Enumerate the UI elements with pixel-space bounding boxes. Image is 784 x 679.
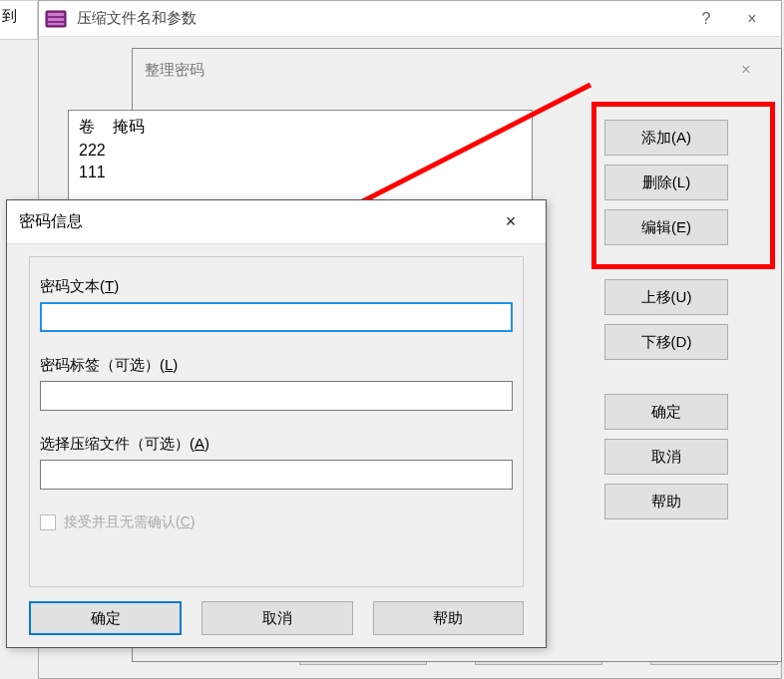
- delete-button[interactable]: 删除(L): [604, 165, 728, 200]
- select-archive-label: 选择压缩文件（可选）(A): [40, 435, 513, 454]
- help-button[interactable]: 帮助: [373, 601, 524, 635]
- close-icon[interactable]: ×: [488, 211, 534, 232]
- moveup-button[interactable]: 上移(U): [604, 279, 728, 315]
- close-icon[interactable]: ×: [723, 61, 769, 79]
- password-info-buttons: 确定 取消 帮助: [29, 601, 524, 635]
- organize-passwords-titlebar: 整理密码 ×: [133, 49, 781, 91]
- edit-button[interactable]: 编辑(E): [604, 209, 728, 245]
- toolbar-fragment: 到: [0, 0, 38, 40]
- help-button[interactable]: ?: [683, 1, 729, 37]
- ok-button[interactable]: 确定: [29, 601, 182, 635]
- list-col-mask: 掩码: [113, 117, 145, 138]
- toolbar-fragment-label: 到: [2, 7, 17, 24]
- accept-no-confirm-checkbox[interactable]: 接受并且无需确认(C): [40, 513, 513, 531]
- help-button[interactable]: 帮助: [604, 484, 728, 519]
- accept-no-confirm-label: 接受并且无需确认(C): [64, 513, 195, 531]
- svg-rect-3: [48, 23, 64, 25]
- add-button[interactable]: 添加(A): [604, 120, 728, 156]
- list-header: 卷 掩码: [79, 117, 522, 138]
- list-item[interactable]: 111: [79, 164, 522, 181]
- svg-rect-1: [48, 13, 64, 16]
- password-info-title: 密码信息: [19, 211, 488, 232]
- checkbox-icon[interactable]: [40, 514, 56, 530]
- ok-button[interactable]: 确定: [604, 394, 728, 430]
- organize-passwords-title: 整理密码: [145, 61, 723, 80]
- select-archive-group: 选择压缩文件（可选）(A): [40, 435, 513, 490]
- svg-rect-2: [48, 18, 64, 21]
- archive-params-titlebar: 压缩文件名和参数 ? ×: [39, 1, 781, 37]
- password-tag-group: 密码标签（可选）(L): [40, 356, 513, 411]
- archive-params-title: 压缩文件名和参数: [77, 9, 683, 28]
- password-text-group: 密码文本(T): [40, 277, 513, 332]
- password-info-body: 密码文本(T) 密码标签（可选）(L) 选择压缩文件（可选）(A) 接受并且无需…: [29, 256, 524, 587]
- close-icon[interactable]: ×: [729, 1, 775, 37]
- select-archive-input[interactable]: [40, 460, 513, 490]
- organize-side-buttons: 添加(A) 删除(L) 编辑(E) 上移(U) 下移(D) 确定 取消 帮助: [604, 120, 728, 528]
- cancel-button[interactable]: 取消: [201, 601, 352, 635]
- password-tag-label: 密码标签（可选）(L): [40, 356, 513, 375]
- password-text-input[interactable]: [40, 302, 513, 332]
- winrar-icon: [45, 8, 67, 30]
- password-info-titlebar: 密码信息 ×: [7, 200, 546, 244]
- list-item[interactable]: 222: [79, 142, 522, 160]
- cancel-button[interactable]: 取消: [604, 439, 728, 475]
- movedown-button[interactable]: 下移(D): [604, 324, 728, 360]
- list-col-volume: 卷: [79, 117, 95, 138]
- password-info-dialog: 密码信息 × 密码文本(T) 密码标签（可选）(L) 选择压缩文件（可选）(A)…: [6, 199, 547, 648]
- password-text-label: 密码文本(T): [40, 277, 513, 296]
- password-tag-input[interactable]: [40, 381, 513, 411]
